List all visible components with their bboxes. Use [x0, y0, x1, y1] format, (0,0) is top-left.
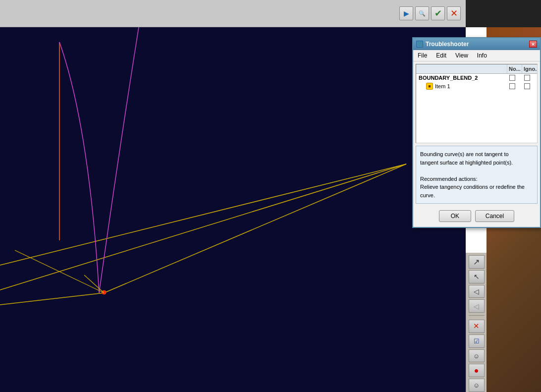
svg-line-6 [15, 250, 104, 293]
smiley-tool-icon[interactable]: ☺ [469, 349, 485, 363]
red-x-tool-icon[interactable]: ✕ [469, 320, 485, 333]
check-button[interactable]: ✔ [431, 6, 445, 20]
tree-parent-label: BOUNDARY_BLEND_2 [419, 75, 505, 81]
tree-header: No... Igno... [416, 64, 537, 74]
desc-line2: tangent surface at highlighted point(s). [420, 160, 513, 166]
menu-info[interactable]: Info [475, 51, 489, 60]
tree-child-label: Item 1 [435, 83, 505, 89]
desc-action: Relieve tangency conditions or redefine … [420, 184, 525, 198]
menu-edit[interactable]: Edit [434, 51, 448, 60]
dialog-buttons: OK Cancel [413, 206, 540, 227]
desc-line1: Bounding curve(s) are not tangent to [420, 151, 509, 157]
cad-curves-svg [0, 27, 466, 392]
svg-line-0 [0, 164, 406, 265]
menu-file[interactable]: File [416, 51, 429, 60]
svg-line-2 [0, 293, 104, 305]
play-button[interactable]: ▶ [399, 6, 413, 20]
tree-child-no-checkbox[interactable] [505, 83, 520, 89]
troubleshooter-dialog: Troubleshooter × File Edit View Info No.… [412, 37, 541, 228]
tree-parent-no-checkbox[interactable] [505, 75, 520, 81]
cancel-button[interactable]: Cancel [475, 210, 514, 222]
arrow-select-icon[interactable]: ↗ [469, 255, 485, 269]
forward-arrow-icon[interactable]: ◁ [469, 299, 485, 313]
cursor-icon[interactable]: ↖ [469, 270, 485, 283]
tree-header-item-label [416, 64, 507, 73]
sidebar-top-photo [466, 0, 541, 27]
menu-view[interactable]: View [453, 51, 470, 60]
troubleshooter-tree: No... Igno... BOUNDARY_BLEND_2 ■ Item 1 [416, 64, 538, 143]
tree-child-row[interactable]: ■ Item 1 [416, 82, 537, 91]
back-arrow-icon[interactable]: ◁ [469, 285, 485, 298]
dialog-menubar: File Edit View Info [413, 50, 540, 61]
tree-parent-row[interactable]: BOUNDARY_BLEND_2 [416, 74, 537, 82]
ok-button[interactable]: OK [439, 210, 471, 222]
check-square-tool-icon[interactable]: ☑ [469, 335, 485, 348]
tree-parent-ignore-checkbox[interactable] [520, 75, 535, 81]
cad-canvas [0, 27, 466, 392]
top-toolbar: ▶ 🔍 ✔ ✕ [0, 0, 466, 27]
dialog-close-button[interactable]: × [529, 41, 537, 48]
cad-background: ▶ 🔍 ✔ ✕ [0, 0, 466, 392]
glasses-button[interactable]: 🔍 [415, 6, 429, 20]
dialog-title-icon [416, 41, 423, 48]
dialog-description: Bounding curve(s) are not tangent to tan… [416, 146, 538, 204]
tree-header-no: No... [507, 64, 522, 73]
tree-header-ignore: Igno... [522, 64, 537, 73]
item-icon: ■ [426, 83, 433, 90]
close-toolbar-button[interactable]: ✕ [447, 6, 461, 20]
right-tool-strip: ↗ ↖ ◁ ◁ ✕ ☑ ☺ ● ☺ [466, 253, 487, 392]
dialog-title: Troubleshooter [426, 41, 527, 48]
smiley2-tool-icon[interactable]: ☺ [469, 379, 485, 392]
tree-child-ignore-checkbox[interactable] [520, 83, 535, 89]
red-circle-tool-icon[interactable]: ● [469, 364, 485, 377]
desc-recommended: Recommended actions: [420, 176, 478, 182]
svg-line-3 [104, 164, 406, 293]
svg-line-1 [0, 164, 406, 290]
dialog-titlebar: Troubleshooter × [413, 38, 540, 50]
